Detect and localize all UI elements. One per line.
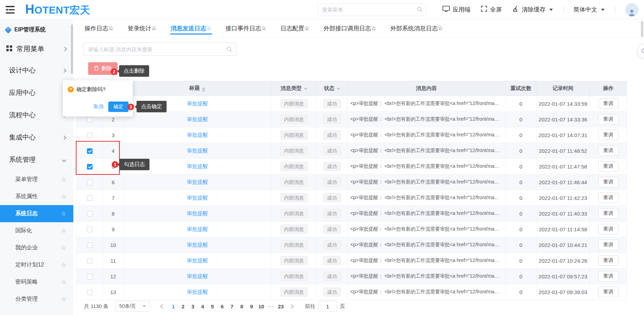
language-selector[interactable]: 简体中文 (573, 6, 605, 14)
page-number[interactable]: 10 (256, 302, 266, 311)
tab-item[interactable]: 接口事件日志☆ (225, 20, 267, 38)
row-retry-button[interactable]: 重调 (598, 255, 619, 266)
star-icon[interactable]: ☆ (61, 176, 66, 183)
sidebar-subitem[interactable]: 密码策略☆ (0, 273, 73, 291)
page-number[interactable]: 9 (247, 302, 256, 311)
row-checkbox[interactable] (87, 290, 93, 295)
star-icon[interactable]: ☆ (61, 295, 66, 303)
sidebar-subitem[interactable]: 菜单管理☆ (0, 171, 73, 188)
next-page-button[interactable] (289, 304, 294, 309)
cancel-button[interactable]: 取消 (94, 104, 103, 110)
row-retry-button[interactable]: 重调 (598, 208, 619, 219)
caret-down-icon[interactable] (337, 88, 340, 90)
floating-search-button[interactable] (637, 44, 644, 59)
row-retry-button[interactable]: 重调 (598, 98, 619, 109)
row-checkbox[interactable] (87, 227, 93, 232)
sidebar-menu-item[interactable]: 应用中心 (0, 82, 73, 104)
tab-item[interactable]: 外部接口调用日志☆ (323, 20, 377, 38)
tab-item[interactable]: 消息发送日志☆ (170, 20, 212, 38)
row-title-link[interactable]: 审批提醒 (187, 257, 208, 263)
col-header-title[interactable]: 标题 (124, 81, 271, 96)
prev-page-button[interactable] (160, 304, 165, 309)
row-title-link[interactable]: 审批提醒 (187, 163, 208, 169)
page-number[interactable]: 2 (178, 302, 188, 311)
sidebar-collapse-icon[interactable] (0, 0, 20, 20)
page-number[interactable]: 5 (207, 302, 217, 311)
row-checkbox[interactable] (87, 242, 93, 248)
sidebar-menu-item[interactable]: 设计中心 (0, 59, 73, 82)
star-icon[interactable]: ☆ (61, 261, 66, 269)
page-number[interactable]: 1 (168, 302, 178, 311)
star-icon[interactable]: ☆ (61, 210, 66, 217)
row-title-link[interactable]: 审批提醒 (187, 179, 208, 185)
sidebar-subitem[interactable]: 分类管理☆ (0, 291, 73, 308)
fullscreen-button[interactable]: 全屏 (481, 6, 502, 14)
row-title-link[interactable]: 审批提醒 (187, 226, 208, 232)
page-number[interactable]: 3 (188, 302, 198, 311)
tab-item[interactable]: 操作日志☆ (84, 20, 114, 38)
page-number[interactable]: 6 (217, 302, 227, 311)
row-retry-button[interactable]: 重调 (598, 271, 619, 282)
row-title-link[interactable]: 审批提醒 (187, 195, 208, 201)
sidebar-subitem[interactable]: 国际化☆ (0, 222, 73, 239)
filter-search-input[interactable] (83, 43, 237, 56)
page-number[interactable]: 8 (237, 302, 247, 311)
row-title-link[interactable]: 审批提醒 (187, 210, 208, 216)
tab-item[interactable]: 登录统计☆ (127, 20, 157, 38)
app-client-button[interactable]: 应用端 (442, 6, 470, 14)
sidebar-subitem[interactable]: 系统日志☆ (0, 205, 73, 222)
page-number[interactable]: 4 (198, 302, 207, 311)
row-retry-button[interactable]: 重调 (598, 224, 619, 234)
sidebar-subitem[interactable]: 定时计划12☆ (0, 256, 73, 273)
star-icon[interactable]: ☆ (61, 278, 66, 286)
row-checkbox[interactable] (87, 180, 93, 185)
row-title-link[interactable]: 审批提醒 (187, 273, 208, 279)
col-header-type[interactable]: 消息类型 (271, 81, 317, 96)
sidebar-subitem[interactable]: 系统属性☆ (0, 188, 73, 205)
row-retry-button[interactable]: 重调 (598, 287, 619, 297)
row-retry-button[interactable]: 重调 (598, 240, 619, 250)
row-retry-button[interactable]: 重调 (598, 161, 619, 172)
goto-page-input[interactable] (319, 301, 337, 312)
sidebar-menu-item[interactable]: 系统管理 (0, 149, 73, 171)
col-header-status[interactable]: 状态 (317, 81, 347, 96)
row-checkbox[interactable] (87, 133, 93, 138)
sidebar-item-common-menu[interactable]: 常用菜单 (0, 39, 73, 59)
row-retry-button[interactable]: 重调 (598, 193, 619, 203)
row-checkbox[interactable] (87, 117, 93, 122)
star-icon[interactable]: ☆ (61, 193, 66, 200)
row-checkbox[interactable] (87, 195, 93, 201)
sort-icon[interactable] (202, 87, 205, 92)
tab-item[interactable]: 外部系统消息日志☆ (390, 20, 444, 38)
row-checkbox[interactable] (87, 274, 93, 279)
clear-cache-button[interactable]: 清除缓存 (512, 6, 553, 14)
sidebar-menu-item[interactable]: 流程中心 (0, 104, 73, 126)
row-retry-button[interactable]: 重调 (598, 114, 619, 125)
row-checkbox[interactable] (87, 211, 93, 217)
sidebar-subitem[interactable]: 我的企业☆ (0, 239, 73, 256)
row-title-link[interactable]: 审批提醒 (187, 242, 208, 248)
row-title-link[interactable]: 审批提醒 (187, 100, 208, 106)
row-title-link[interactable]: 审批提醒 (187, 116, 208, 122)
row-checkbox[interactable] (87, 258, 93, 264)
row-retry-button[interactable]: 重调 (598, 145, 619, 156)
sidebar-menu-item[interactable]: 集成中心 (0, 126, 73, 149)
user-avatar[interactable] (625, 3, 638, 16)
row-title-link[interactable]: 审批提醒 (187, 148, 208, 153)
confirm-button[interactable]: 确定 (108, 102, 129, 112)
row-retry-button[interactable]: 重调 (598, 177, 619, 187)
content-scrollbar[interactable] (641, 21, 643, 37)
row-status-tag: 成功 (323, 272, 341, 281)
row-title-link[interactable]: 审批提醒 (187, 132, 208, 138)
top-search-input[interactable] (317, 3, 426, 16)
caret-down-icon[interactable] (304, 88, 307, 90)
page-number[interactable]: 7 (227, 302, 237, 311)
page-number[interactable]: 23 (276, 302, 286, 311)
page-size-select[interactable]: 50条/页 (116, 301, 150, 312)
star-icon[interactable]: ☆ (61, 227, 66, 234)
row-retry-button[interactable]: 重调 (598, 130, 619, 140)
row-title-link[interactable]: 审批提醒 (187, 289, 208, 295)
sidebar-scrollbar[interactable] (71, 24, 73, 74)
star-icon[interactable]: ☆ (61, 244, 66, 252)
tab-item[interactable]: 日志配置☆ (280, 20, 310, 38)
